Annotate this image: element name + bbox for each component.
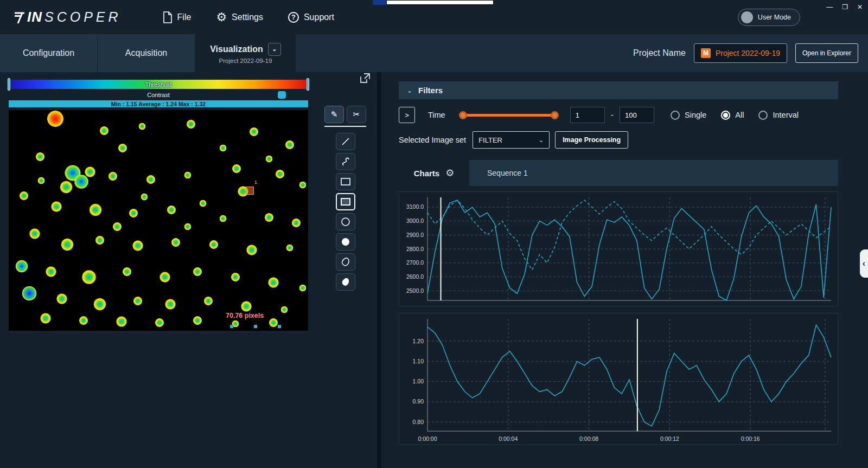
menu-settings-label: Settings <box>232 12 263 22</box>
image-set-dropdown[interactable]: FILTER ⌄ <box>473 131 550 149</box>
cells-canvas <box>9 110 308 331</box>
collapse-panel-handle[interactable]: ‹ <box>860 249 868 278</box>
curve-tool-button[interactable] <box>336 153 355 170</box>
svg-text:2500.0: 2500.0 <box>406 287 424 294</box>
tab-configuration-label: Configuration <box>23 48 74 58</box>
intensity-chart[interactable]: 2500.02600.02700.02800.02900.03000.03100… <box>399 191 838 306</box>
contrast-label: Contrast <box>147 92 170 98</box>
rectangle-outline-icon <box>340 177 351 186</box>
open-external-window-button[interactable] <box>359 72 372 85</box>
app-logo: IN SCOPER <box>14 9 122 25</box>
time-range-slider[interactable] <box>461 114 557 117</box>
window-controls: — ❐ ✕ <box>826 3 863 11</box>
threshold-min-handle[interactable] <box>8 78 10 91</box>
radio-interval[interactable]: Interval <box>758 111 799 120</box>
minimize-button[interactable]: — <box>826 3 833 11</box>
chevron-down-icon: ⌄ <box>407 87 412 94</box>
menu-file[interactable]: File <box>163 11 192 23</box>
radio-interval-circle <box>758 111 768 120</box>
radio-all[interactable]: All <box>721 111 744 120</box>
radio-all-circle <box>721 111 730 120</box>
menu-settings[interactable]: ⚙ Settings <box>216 11 263 23</box>
tab-visualization[interactable]: Visualization ⌄ Project 2022-09-19 <box>195 34 296 72</box>
measurement-handle[interactable] <box>230 325 233 328</box>
radio-single[interactable]: Single <box>671 111 706 120</box>
polygon-outline-tool-button[interactable] <box>336 253 355 271</box>
time-mode-radios: Single All Interval <box>671 111 799 120</box>
rectangle-outline-tool-button[interactable] <box>336 173 355 190</box>
chevron-left-icon: ‹ <box>863 259 865 268</box>
tab-charts[interactable]: Charts ⚙ <box>399 160 469 186</box>
ratio-chart[interactable]: 0.800.901.001.101.200:00:000:00:040:00:0… <box>399 313 838 445</box>
roi-annotation[interactable] <box>246 187 254 195</box>
contrast-handle[interactable] <box>278 91 286 99</box>
project-name-label: Project Name <box>633 48 686 58</box>
threshold-max-handle[interactable] <box>307 78 309 91</box>
tab-acquisition[interactable]: Acquisition <box>98 34 195 72</box>
svg-text:0.80: 0.80 <box>413 419 424 425</box>
tab-configuration[interactable]: Configuration <box>0 34 98 72</box>
measurement-handle[interactable] <box>254 325 257 328</box>
user-mode-toggle[interactable]: User Mode <box>738 9 800 26</box>
svg-text:2700.0: 2700.0 <box>406 259 424 266</box>
logo-text: SCOPER <box>44 9 122 25</box>
svg-text:0:00:12: 0:00:12 <box>660 435 679 442</box>
line-tool-button[interactable] <box>336 133 355 150</box>
rectangle-filled-tool-button[interactable] <box>336 193 355 210</box>
time-start-input[interactable] <box>570 107 605 123</box>
expand-filter-button[interactable]: > <box>399 107 415 123</box>
circle-outline-icon <box>341 217 350 227</box>
svg-text:0.90: 0.90 <box>413 398 424 405</box>
filters-title: Filters <box>418 86 443 95</box>
tab-visualization-dropdown[interactable]: ⌄ <box>268 43 281 56</box>
chart-settings-gear-icon[interactable]: ⚙ <box>445 167 454 179</box>
microscopy-image[interactable]: 1 70.76 pixels <box>9 110 308 331</box>
radio-single-label: Single <box>685 111 706 119</box>
menu-support[interactable]: ? Support <box>288 12 334 23</box>
measurement-handle[interactable] <box>278 325 281 328</box>
panel-splitter[interactable]: ⋮⋮ <box>377 72 381 468</box>
radio-single-circle <box>671 111 680 120</box>
open-in-explorer-button[interactable]: Open in Explorer <box>795 43 858 63</box>
image-set-value: FILTER <box>478 136 502 144</box>
svg-text:1.10: 1.10 <box>413 358 424 364</box>
logo-text-bold: IN <box>27 9 42 25</box>
svg-text:2800.0: 2800.0 <box>406 246 424 252</box>
pencil-tool-button[interactable]: ✎ <box>324 106 344 123</box>
svg-text:2600.0: 2600.0 <box>406 273 424 280</box>
project-name-box[interactable]: M Project 2022-09-19 <box>694 43 787 63</box>
circle-outline-tool-button[interactable] <box>336 213 355 230</box>
chevron-down-icon: ⌄ <box>272 46 277 53</box>
main-area: Threshold Contrast Min : 1.15 Average : … <box>0 72 868 468</box>
threshold-label: Threshold <box>145 81 172 88</box>
circle-filled-tool-button[interactable] <box>336 233 355 251</box>
threshold-gradient-slider[interactable]: Threshold <box>9 80 308 89</box>
measurement-label: 70.76 pixels <box>226 312 264 319</box>
window-drag-artifact <box>386 0 494 5</box>
tab-visualization-label: Visualization <box>210 44 263 54</box>
time-end-input[interactable] <box>620 107 654 123</box>
image-set-label: Selected Image set <box>399 136 466 144</box>
file-icon <box>163 11 173 23</box>
scissors-tool-button[interactable]: ✂ <box>347 106 366 123</box>
filters-section-header[interactable]: ⌄ Filters <box>399 81 838 99</box>
maximize-button[interactable]: ❐ <box>842 3 848 11</box>
analysis-panel: ⌄ Filters > Time - Single All <box>381 72 868 468</box>
pencil-icon: ✎ <box>331 110 338 119</box>
external-window-icon <box>359 72 371 84</box>
close-button[interactable]: ✕ <box>857 3 863 11</box>
menu-support-label: Support <box>304 12 334 22</box>
time-label: Time <box>428 111 445 119</box>
image-processing-button[interactable]: Image Processing <box>555 131 628 149</box>
time-slider-min-handle[interactable] <box>459 111 467 119</box>
polygon-filled-tool-button[interactable] <box>336 273 355 291</box>
svg-text:0:00:16: 0:00:16 <box>741 435 760 442</box>
gear-icon: ⚙ <box>216 11 227 23</box>
contrast-slider[interactable]: Contrast <box>9 90 308 100</box>
tab-sequence-1[interactable]: Sequence 1 <box>487 169 528 177</box>
question-icon: ? <box>288 12 299 23</box>
titlebar: IN SCOPER File ⚙ Settings ? Support User… <box>0 0 868 34</box>
svg-text:1.20: 1.20 <box>413 338 424 344</box>
time-slider-max-handle[interactable] <box>551 111 559 119</box>
charts-tabbar: Charts ⚙ Sequence 1 <box>399 160 838 186</box>
